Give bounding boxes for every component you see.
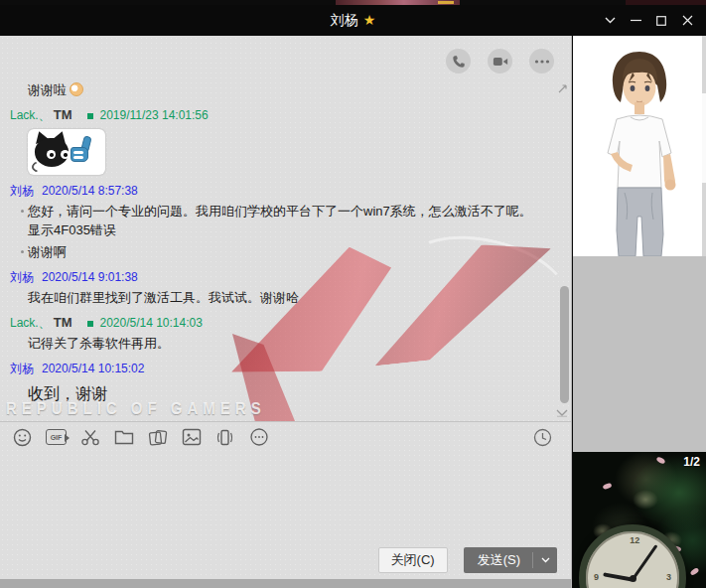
close-chat-button[interactable]: 关闭(C) [378,547,448,573]
send-file-folder-icon[interactable] [113,427,134,448]
peer-message-meta: Lack.、TM2019/11/23 14:01:56 [10,107,537,123]
more-tools-icon[interactable] [248,427,269,448]
chat-message-text: 您好，请问一个专业的问题。我用咱们学校的平台下了一个win7系统，怎么激活不了呢… [28,202,537,239]
cat-eye [47,150,56,159]
self-message-meta: 刘杨2020/5/14 10:15:02 [10,361,537,376]
qq-chat-window: 刘杨★ REPUBLIC OF GAMERS [0,0,706,588]
close-button[interactable] [674,5,700,36]
emoji-icon[interactable] [12,427,33,448]
chat-message-text: 收到，谢谢 [28,382,537,406]
message-list: 谢谢啦Lack.、TM2019/11/23 14:01:56刘杨2020/5/1… [0,36,537,409]
background-window-fragment [438,1,454,4]
petal [689,567,699,576]
chat-scrollbar-thumb[interactable] [560,286,569,403]
anime-character-illustration [573,36,706,256]
contact-sidebar: 12 3 9 1/2 [573,36,706,588]
chat-message-text: 谢谢啦 [28,80,537,99]
status-square-icon [87,321,93,327]
send-picture-icon[interactable] [181,427,202,448]
chat-column: REPUBLIC OF GAMERS 谢谢啦Lack.、TM2019/11/23… [0,36,572,588]
cat-eye [61,150,70,159]
peer-nickname[interactable]: Lack.、 [10,108,51,122]
scroll-to-bottom-icon[interactable] [556,403,568,421]
sidebar-empty-panel [573,256,706,452]
expand-chat-icon[interactable] [557,80,568,98]
peer-nickname-suffix: TM [54,315,72,330]
sidebar-scrollbar-thumb[interactable] [702,93,706,183]
flower-blur [633,490,658,510]
chat-message-text: 我在咱们群里找到了激活工具。我试试。谢谢哈 [28,288,537,307]
window-shake-icon[interactable] [214,427,235,448]
self-nickname[interactable]: 刘杨 [10,184,34,198]
minimize-button[interactable] [623,5,648,36]
message-timestamp: 2019/11/23 14:01:56 [99,108,208,122]
chat-sticker-cat-thumbs-up[interactable] [28,129,105,175]
input-toolbar: GIF [0,422,571,452]
contact-media-thumbnail[interactable]: 12 3 9 1/2 [573,452,706,588]
send-button[interactable]: 发送(S) [464,547,557,573]
clock-minute-hand [632,544,657,580]
message-history-area[interactable]: REPUBLIC OF GAMERS 谢谢啦Lack.、TM2019/11/23… [0,36,571,421]
self-nickname[interactable]: 刘杨 [10,270,34,284]
self-message-meta: 刘杨2020/5/14 8:57:38 [10,183,537,199]
message-history-clock-icon[interactable] [532,427,553,448]
action-buttons: 关闭(C) 发送(S) [378,541,557,579]
screenshot-scissors-icon[interactable] [79,427,100,448]
peer-nickname-suffix: TM [54,107,72,122]
status-square-icon [87,113,93,119]
contact-show-image[interactable] [573,36,706,256]
titlebar[interactable]: 刘杨★ [0,5,706,36]
contact-name-title: 刘杨 [331,12,358,28]
thumbs-up-glyph [71,136,94,168]
peer-message-meta: Lack.、TM2020/5/14 10:14:03 [10,315,537,331]
self-message-meta: 刘杨2020/5/14 9:01:38 [10,269,537,285]
message-timestamp: 2020/5/14 10:14:03 [99,316,202,330]
media-page-indicator: 1/2 [683,455,700,469]
message-timestamp: 2020/5/14 8:57:38 [42,184,138,198]
petal [602,483,612,491]
chat-message-text: 记得关了杀毒软件再用。 [28,334,537,353]
clock-center-dot [630,575,636,582]
vip-star-icon: ★ [363,12,376,28]
chat-message-text: 谢谢啊 [28,242,537,261]
petal [655,456,665,465]
send-button-label: 发送(S) [464,551,532,569]
gif-label: GIF [51,434,63,441]
message-timestamp: 2020/5/14 9:01:38 [42,270,138,284]
gif-hot-image-icon[interactable]: GIF [46,427,67,448]
window-bottom-edge [0,579,571,588]
clock-hour-hand [603,573,633,582]
send-options-chevron[interactable] [533,557,557,563]
gif-camera-glyph [65,434,70,442]
self-nickname[interactable]: 刘杨 [10,362,34,375]
image-collection-icon[interactable] [147,427,168,448]
collapse-chevron-button[interactable] [597,5,623,36]
ok-hand-emoji [70,82,83,96]
maximize-button[interactable] [648,5,674,36]
message-timestamp: 2020/5/14 10:15:02 [42,362,144,375]
peer-nickname[interactable]: Lack.、 [10,316,51,330]
window-controls [597,5,700,36]
message-input[interactable] [0,452,571,541]
